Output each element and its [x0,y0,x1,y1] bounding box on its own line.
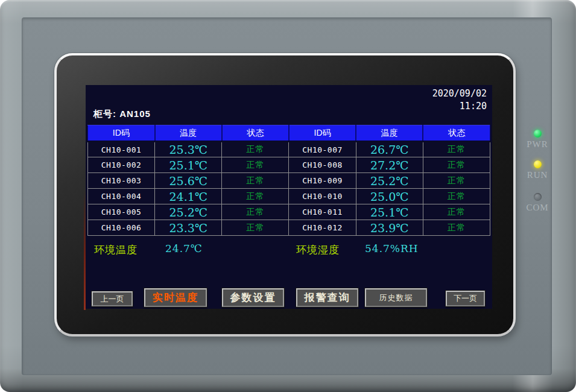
header-id-2: ID码 [289,125,356,142]
header-temp-2: 温度 [356,125,423,142]
realtime-temperature-button[interactable]: 实时温度 [144,288,207,307]
alarm-query-button[interactable]: 报警查询 [296,288,358,307]
datetime-display: 2020/09/02 11:20 [432,87,487,113]
power-led-icon [534,130,542,138]
cell-temp: 25.3℃ [155,142,222,157]
table-row: CH10-001 25.3℃ 正常 CH10-007 26.7℃ 正常 [88,142,490,157]
environment-row: 环境温度 24.7℃ 环境湿度 54.7%RH [86,239,492,261]
cell-id: CH10-003 [88,173,155,189]
cell-id: CH10-004 [88,189,155,204]
table-header-row: ID码 温度 状态 ID码 温度 状态 [88,125,490,142]
cell-id: CH10-002 [88,157,155,173]
cell-id: CH10-011 [289,204,356,220]
com-led-icon [534,193,542,201]
run-led-icon [534,160,542,168]
cell-id: CH10-005 [88,204,155,220]
cell-id: CH10-012 [289,220,356,236]
header-id-1: ID码 [88,125,155,142]
cell-temp: 25.6℃ [155,173,222,189]
cell-temp: 24.1℃ [155,189,222,204]
cell-status: 正常 [222,220,289,236]
cell-status: 正常 [423,173,490,189]
cell-status: 正常 [222,189,289,204]
cell-temp: 25.0℃ [356,189,423,204]
cell-status: 正常 [423,157,490,173]
cell-id: CH10-009 [289,173,356,189]
cell-temp: 25.2℃ [155,204,222,220]
pwr-led-group: PWR [524,130,551,150]
cell-temp: 25.2℃ [356,173,423,189]
table-row: CH10-004 24.1℃ 正常 CH10-010 25.0℃ 正常 [88,189,490,204]
cell-id: CH10-010 [289,189,356,204]
cell-status: 正常 [423,142,490,157]
cell-temp: 25.1℃ [155,157,222,173]
parameter-settings-button[interactable]: 参数设置 [222,288,284,307]
cell-temp: 27.2℃ [356,157,423,173]
env-humidity-value: 54.7%RH [365,242,419,254]
nav-button-bar: 上一页 实时温度 参数设置 报警查询 历史数据 下一页 [86,288,492,308]
cell-temp: 25.1℃ [356,204,423,220]
env-temperature-value: 24.7℃ [165,242,203,254]
cell-status: 正常 [423,189,490,204]
com-led-group: COM [524,193,551,213]
cell-status: 正常 [423,204,490,220]
cell-status: 正常 [222,142,289,157]
table-row: CH10-006 23.3℃ 正常 CH10-012 23.9℃ 正常 [88,220,490,236]
cell-id: CH10-001 [88,142,155,157]
cell-temp: 26.7℃ [356,142,423,157]
prev-page-button[interactable]: 上一页 [92,291,133,306]
table-row: CH10-003 25.6℃ 正常 CH10-009 25.2℃ 正常 [88,173,490,189]
screen-bezel: 2020/09/02 11:20 柜号: AN105 ID码 温度 状态 ID码… [54,53,516,337]
time-text: 11:20 [432,100,487,113]
cabinet-label: 柜号: AN105 [93,109,151,120]
next-page-button[interactable]: 下一页 [446,291,485,306]
cell-id: CH10-006 [88,220,155,236]
header-temp-1: 温度 [155,125,222,142]
pwr-led-label: PWR [524,139,551,150]
cell-status: 正常 [222,173,289,189]
cell-id: CH10-007 [289,142,356,157]
lcd-screen: 2020/09/02 11:20 柜号: AN105 ID码 温度 状态 ID码… [86,85,492,309]
env-temperature-label: 环境温度 [94,243,138,257]
cell-status: 正常 [423,220,490,236]
header-status-1: 状态 [222,125,289,142]
run-led-group: RUN [524,160,551,180]
history-data-button[interactable]: 历史数据 [365,288,427,307]
cell-status: 正常 [222,204,289,220]
header-status-2: 状态 [423,125,490,142]
run-led-label: RUN [524,170,551,180]
env-humidity-label: 环境湿度 [296,243,340,257]
cell-temp: 23.9℃ [356,220,423,236]
cell-status: 正常 [222,157,289,173]
com-led-label: COM [524,203,551,213]
table-row: CH10-002 25.1℃ 正常 CH10-008 27.2℃ 正常 [88,157,490,173]
hmi-device-frame: 2020/09/02 11:20 柜号: AN105 ID码 温度 状态 ID码… [0,0,576,392]
cell-id: CH10-008 [289,157,356,173]
date-text: 2020/09/02 [432,87,487,100]
cell-temp: 23.3℃ [155,220,222,236]
table-row: CH10-005 25.2℃ 正常 CH10-011 25.1℃ 正常 [88,204,490,220]
channel-table: ID码 温度 状态 ID码 温度 状态 CH10-001 25.3℃ 正常 CH… [87,125,490,236]
